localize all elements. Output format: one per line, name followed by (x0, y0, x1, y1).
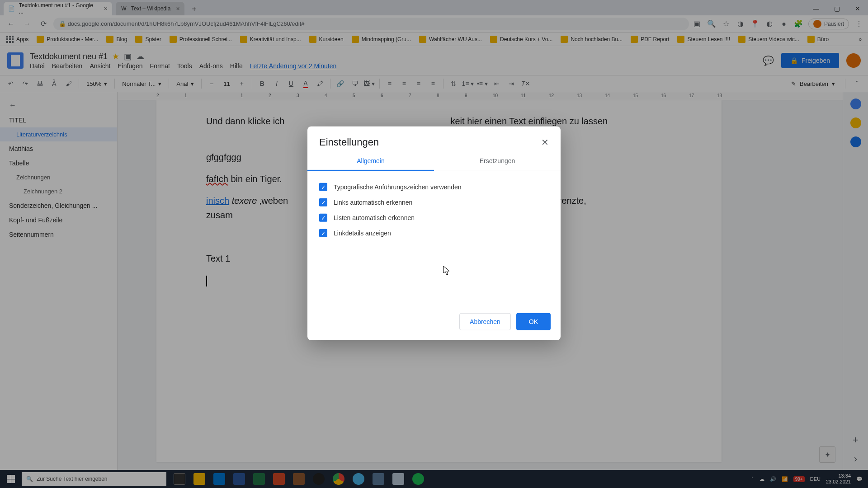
checkbox-checked-icon[interactable]: ✓ (319, 214, 327, 222)
ok-button[interactable]: OK (516, 313, 551, 330)
option-row[interactable]: ✓ Typografische Anführungszeichen verwen… (319, 179, 549, 195)
option-label: Linkdetails anzeigen (334, 230, 391, 237)
tab-general[interactable]: Allgemein (307, 152, 434, 171)
dialog-title: Einstellungen (319, 136, 379, 148)
mouse-cursor-icon (443, 266, 450, 276)
option-label: Typografische Anführungszeichen verwende… (334, 183, 462, 191)
checkbox-checked-icon[interactable]: ✓ (319, 229, 327, 237)
cancel-button[interactable]: Abbrechen (459, 313, 511, 330)
settings-dialog: Einstellungen ✕ Allgemein Ersetzungen ✓ … (307, 127, 561, 340)
tab-substitutions[interactable]: Ersetzungen (434, 152, 561, 171)
dialog-close-button[interactable]: ✕ (541, 137, 549, 148)
checkbox-checked-icon[interactable]: ✓ (319, 198, 327, 206)
option-label: Listen automatisch erkennen (334, 214, 415, 221)
option-row[interactable]: ✓ Links automatisch erkennen (319, 195, 549, 210)
option-row[interactable]: ✓ Linkdetails anzeigen (319, 225, 549, 241)
option-row[interactable]: ✓ Listen automatisch erkennen (319, 210, 549, 225)
checkbox-checked-icon[interactable]: ✓ (319, 183, 327, 191)
option-label: Links automatisch erkennen (334, 199, 412, 206)
